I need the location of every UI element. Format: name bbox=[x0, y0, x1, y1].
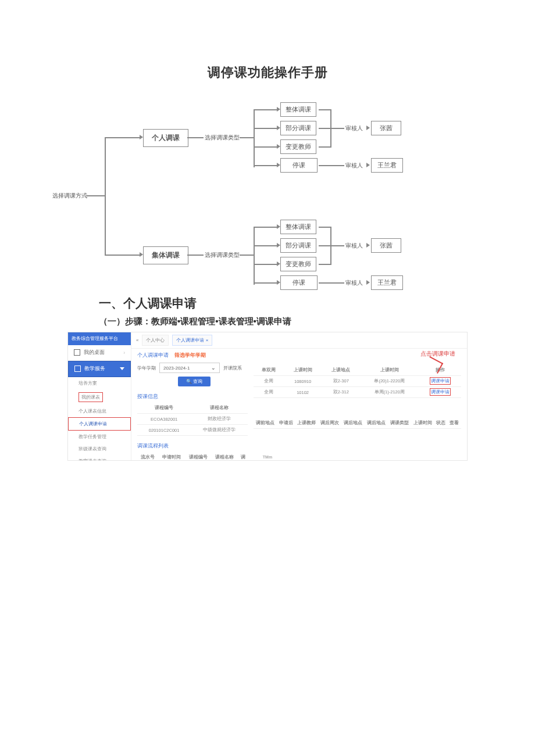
sidebar-item-teaching[interactable]: 教学服务 bbox=[68, 361, 131, 377]
b2-reviewer-0: 张茜 bbox=[371, 238, 401, 253]
tab-current[interactable]: 个人调课申请 × bbox=[172, 335, 212, 346]
result-table: 单双周上课时间上课地点上课时间操作 全周 1080910 双2-307 单(20… bbox=[254, 365, 461, 398]
sidebar-item-desktop[interactable]: 我的桌面 › bbox=[68, 345, 131, 361]
sidebar-item-label: 我的桌面 bbox=[84, 349, 105, 356]
sidebar-item-label: 教学服务 bbox=[84, 366, 105, 372]
b1-type-0: 整体调课 bbox=[280, 102, 316, 117]
b2-type-3: 停课 bbox=[280, 275, 318, 290]
b1-reviewer-lbl-0: 审核人 bbox=[345, 124, 363, 132]
b1-type-1: 部分调课 bbox=[280, 121, 316, 135]
branch2-box: 集体调课 bbox=[143, 246, 188, 264]
apps-icon bbox=[74, 349, 80, 356]
course-table: 课程编号 课程名称 ECOA382001财政经济学 020101C2C001中级… bbox=[137, 403, 248, 436]
b2-type-2: 变更教师 bbox=[280, 257, 316, 271]
branch1-edge-label: 选择调课类型 bbox=[205, 134, 240, 142]
b1-reviewer-lbl-1: 审核人 bbox=[345, 162, 363, 170]
form-title: 个人调课申请筛选学年学期 bbox=[137, 352, 248, 359]
b2-type-0: 整体调课 bbox=[280, 220, 316, 234]
sidebar-sub-4[interactable]: 教室课表查询 bbox=[68, 455, 131, 461]
doc-title: 调停课功能操作手册 bbox=[0, 0, 535, 81]
search-button[interactable]: 🔍 查询 bbox=[178, 377, 211, 386]
content-area: « 个人中心 个人调课申请 × 个人调课申请筛选学年学期 学年学期 2023-2… bbox=[131, 332, 467, 460]
field-label: 学年学期 bbox=[137, 365, 156, 371]
flow-diagram: 选择调课方式 个人调课 选择调课类型 整体调课 部分调课 变更教师 停课 审核人… bbox=[70, 105, 483, 285]
app-screenshot: 教务综合管理服务平台 我的桌面 › 教学服务 培养方案 我的课表 个人课表信息 … bbox=[67, 332, 468, 461]
sidebar: 教务综合管理服务平台 我的桌面 › 教学服务 培养方案 我的课表 个人课表信息 … bbox=[68, 332, 131, 460]
boxed-link[interactable]: 我的课表 bbox=[79, 392, 103, 402]
sidebar-sub-apply[interactable]: 个人调课申请 bbox=[68, 417, 131, 431]
b1-type-3: 停课 bbox=[280, 158, 318, 173]
sidebar-sub-boxed[interactable]: 我的课表 bbox=[68, 389, 131, 405]
filter-pane: 个人调课申请筛选学年学期 学年学期 2023-2024-1 ⌄ 开课院系 🔍 查… bbox=[137, 352, 248, 461]
branch2-edge-label: 选择调课类型 bbox=[205, 251, 240, 259]
b1-type-2: 变更教师 bbox=[280, 139, 316, 154]
branch1-box: 个人调课 bbox=[143, 129, 188, 147]
aux-label: 开课院系 bbox=[223, 365, 242, 371]
tab-back[interactable]: « bbox=[136, 338, 138, 343]
b1-reviewer-1: 王兰君 bbox=[371, 158, 403, 173]
semester-select[interactable]: 2023-2024-1 ⌄ bbox=[159, 363, 220, 373]
table-row[interactable]: ECOA382001财政经济学 bbox=[137, 414, 248, 425]
select-hint: 筛选学年学期 bbox=[174, 352, 206, 358]
table-header-row: 课程编号 课程名称 bbox=[137, 403, 248, 414]
apps-icon bbox=[74, 366, 81, 372]
table-header-row: 流水号申请时间课程编号课程名称调 bbox=[137, 452, 248, 461]
root-label: 选择调课方式 bbox=[52, 192, 87, 200]
col-header: 课程名称 bbox=[191, 403, 248, 414]
table-row: 全周 10102 双2-312 单周(1)-2120周 调课申请 bbox=[254, 387, 461, 398]
sidebar-sub-3[interactable]: 班级课表查询 bbox=[68, 443, 131, 455]
sidebar-sub-0[interactable]: 个人课表信息 bbox=[68, 405, 131, 417]
b2-reviewer-lbl-0: 审核人 bbox=[345, 242, 363, 250]
apply-section-title: 调课流程列表 bbox=[137, 443, 248, 450]
col-header: 课程编号 bbox=[137, 403, 191, 414]
b1-reviewer-0: 张茜 bbox=[371, 121, 401, 135]
b2-type-1: 部分调课 bbox=[280, 238, 316, 253]
apply-link[interactable]: 调课申请 bbox=[430, 377, 451, 385]
apply-table-right: 调前地点申请后上课教师调后周次调后地点调后地点调课类型上课时间状态查看 bbox=[254, 418, 461, 429]
table-header-row: 调前地点申请后上课教师调后周次调后地点调后地点调课类型上课时间状态查看 bbox=[254, 418, 461, 429]
section-1-heading: 一、个人调课申请 bbox=[99, 295, 535, 311]
tab-bar: « 个人中心 个人调课申请 × bbox=[131, 332, 467, 349]
chevron-down-icon bbox=[120, 367, 124, 370]
tab-home[interactable]: 个人中心 bbox=[142, 335, 169, 346]
b2-reviewer-lbl-1: 审核人 bbox=[345, 279, 363, 287]
footer-mark: TMm bbox=[263, 455, 272, 459]
result-pane: 点击调课申请 单双周上课时间上课地点上课时间操作 全周 1080910 双2-3… bbox=[254, 352, 461, 461]
callout-text: 点击调课申请 bbox=[420, 350, 455, 358]
apply-link[interactable]: 调课申请 bbox=[430, 388, 451, 396]
course-section-title: 授课信息 bbox=[137, 393, 248, 400]
b2-reviewer-1: 王兰君 bbox=[371, 275, 403, 290]
sidebar-sub-plan[interactable]: 培养方案 bbox=[68, 377, 131, 389]
chevron-down-icon: ⌄ bbox=[211, 365, 216, 371]
section-1-sub: （一）步骤：教师端•课程管理•课表管理•调课申请 bbox=[99, 316, 535, 327]
table-row: 全周 1080910 双2-307 单(20)1-2220周 调课申请 bbox=[254, 376, 461, 387]
apply-table-left: 流水号申请时间课程编号课程名称调 bbox=[137, 452, 248, 461]
select-value: 2023-2024-1 bbox=[163, 366, 190, 371]
system-title: 教务综合管理服务平台 bbox=[68, 332, 131, 345]
sidebar-sub-2[interactable]: 教学任务管理 bbox=[68, 431, 131, 443]
table-row[interactable]: 020101C2C001中级微观经济学 bbox=[137, 425, 248, 436]
